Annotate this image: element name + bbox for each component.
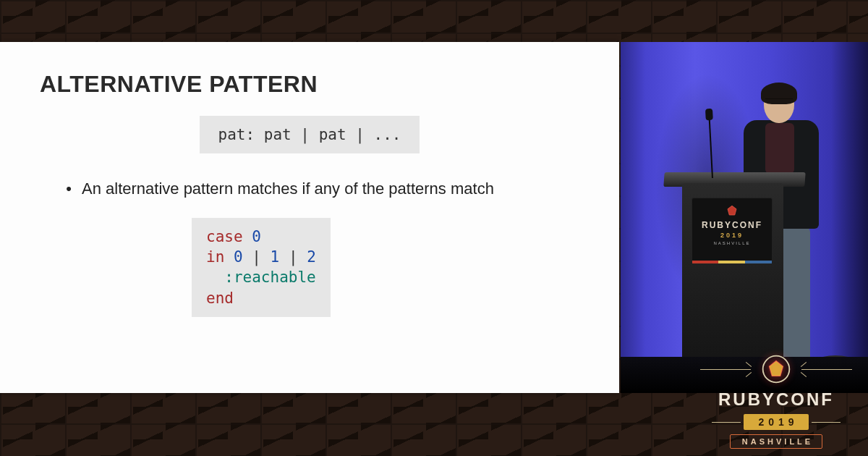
bullet-item: An alternative pattern matches if any of… bbox=[76, 178, 579, 200]
syntax-definition-box: pat: pat | pat | ... bbox=[200, 116, 420, 153]
slide-title: ALTERNATIVE PATTERN bbox=[40, 71, 579, 98]
presentation-slide: ALTERNATIVE PATTERN pat: pat | pat | ...… bbox=[0, 42, 619, 393]
ruby-gem-icon bbox=[726, 204, 739, 217]
logo-city-badge: NASHVILLE bbox=[730, 434, 822, 449]
podium-sign-city: NASHVILLE bbox=[692, 241, 772, 245]
svg-marker-0 bbox=[728, 206, 736, 215]
logo-year-badge: 2019 bbox=[744, 414, 808, 430]
bullet-list: An alternative pattern matches if any of… bbox=[40, 178, 579, 200]
conference-logo: RUBYCONF 2019 NASHVILLE bbox=[700, 353, 852, 449]
podium-sign-stripe bbox=[692, 261, 772, 263]
podium-sign-year: 2019 bbox=[692, 232, 772, 239]
code-example-box: case 0 in 0 | 1 | 2 :reachable end bbox=[192, 218, 331, 317]
podium-sign-title: RUBYCONF bbox=[692, 220, 772, 230]
ruby-gem-icon bbox=[760, 353, 792, 385]
stage-video-panel: RUBYCONF 2019 NASHVILLE bbox=[621, 42, 868, 393]
podium-sign: RUBYCONF 2019 NASHVILLE bbox=[692, 198, 773, 264]
logo-name: RUBYCONF bbox=[700, 389, 852, 410]
